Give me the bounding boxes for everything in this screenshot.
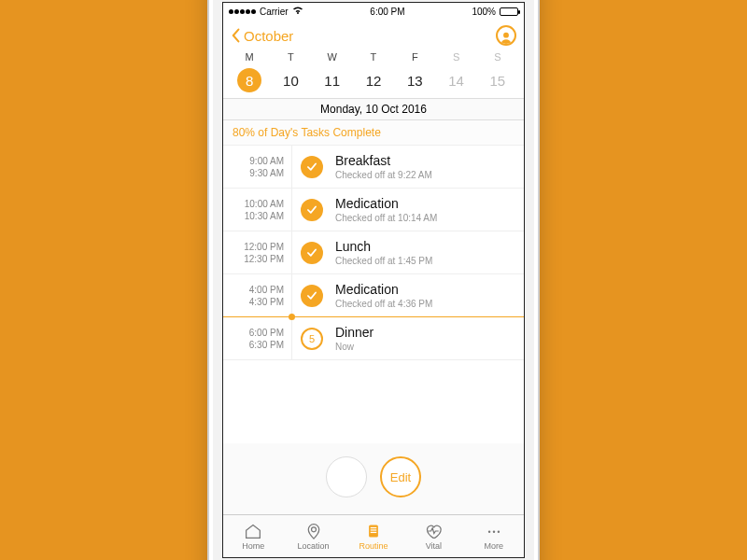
svg-point-7 <box>493 530 495 532</box>
tab-label: More <box>485 541 504 551</box>
task-row[interactable]: 9:00 AM9:30 AMBreakfastChecked off at 9:… <box>223 146 524 189</box>
svg-point-0 <box>503 33 509 38</box>
checkmark-icon <box>292 231 331 273</box>
home-icon <box>244 523 262 539</box>
status-time: 6:00 PM <box>370 7 404 17</box>
day-column[interactable]: S14 <box>435 51 476 92</box>
day-header: S <box>453 51 459 63</box>
secondary-action-button[interactable] <box>326 456 367 497</box>
edit-button[interactable]: Edit <box>380 456 421 497</box>
task-subtitle: Checked off at 4:36 PM <box>335 299 520 309</box>
pending-badge-icon: 5 <box>292 317 331 359</box>
task-row[interactable]: 6:00 PM6:30 PM5DinnerNow <box>223 317 524 360</box>
tab-label: Location <box>298 541 330 551</box>
task-subtitle: Checked off at 9:22 AM <box>335 170 520 180</box>
svg-rect-2 <box>369 525 378 537</box>
task-name: Medication <box>335 282 520 297</box>
checkmark-icon <box>292 189 331 231</box>
edit-label: Edit <box>390 470 411 484</box>
svg-point-1 <box>311 526 316 531</box>
task-times: 6:00 PM6:30 PM <box>223 317 292 359</box>
task-times: 9:00 AM9:30 AM <box>223 146 292 188</box>
person-icon <box>500 31 513 44</box>
task-name: Dinner <box>335 325 520 340</box>
day-header: T <box>371 51 377 63</box>
task-list[interactable]: 9:00 AM9:30 AMBreakfastChecked off at 9:… <box>223 146 524 443</box>
battery-percent: 100% <box>472 7 496 17</box>
task-subtitle: Checked off at 1:45 PM <box>335 256 520 266</box>
day-header: F <box>412 51 418 63</box>
day-header: M <box>246 51 254 63</box>
task-times: 12:00 PM12:30 PM <box>223 231 292 273</box>
day-number[interactable]: 8 <box>237 68 261 92</box>
task-info: BreakfastChecked off at 9:22 AM <box>331 146 524 188</box>
day-header: S <box>494 51 500 63</box>
action-row: Edit <box>223 443 524 514</box>
svg-rect-3 <box>371 526 377 527</box>
tab-label: Vital <box>426 541 442 551</box>
task-info: MedicationChecked off at 4:36 PM <box>331 274 524 316</box>
tab-label: Home <box>242 541 264 551</box>
carrier-label: Carrier <box>260 7 289 17</box>
task-row[interactable]: 10:00 AM10:30 AMMedicationChecked off at… <box>223 189 524 231</box>
tab-routine[interactable]: Routine <box>344 515 403 557</box>
day-header: T <box>288 51 294 63</box>
task-info: MedicationChecked off at 10:14 AM <box>331 189 524 231</box>
day-number[interactable]: 14 <box>444 68 469 92</box>
svg-rect-4 <box>371 529 377 530</box>
progress-label: 80% of Day's Tasks Complete <box>223 120 524 146</box>
day-number[interactable]: 13 <box>402 68 427 92</box>
vital-icon <box>424 523 443 539</box>
tab-more[interactable]: More <box>464 515 524 557</box>
task-subtitle: Checked off at 10:14 AM <box>335 213 520 223</box>
checkmark-icon <box>292 274 331 316</box>
tab-location[interactable]: Location <box>283 515 343 557</box>
svg-point-8 <box>498 530 500 532</box>
wifi-icon <box>292 6 303 17</box>
date-label: Monday, 10 Oct 2016 <box>223 98 524 120</box>
day-column[interactable]: F13 <box>394 51 435 92</box>
back-button[interactable]: October <box>231 28 293 44</box>
routine-icon <box>364 523 383 539</box>
profile-button[interactable] <box>496 25 516 46</box>
task-info: DinnerNow <box>331 317 524 359</box>
day-column[interactable]: M8 <box>229 51 270 92</box>
week-strip: M8T10W11T12F13S14S15 <box>223 51 524 98</box>
day-number[interactable]: 11 <box>320 68 345 92</box>
task-subtitle: Now <box>335 342 520 352</box>
tab-home[interactable]: Home <box>223 515 283 557</box>
day-column[interactable]: T10 <box>270 51 311 92</box>
day-column[interactable]: T12 <box>353 51 394 92</box>
task-times: 10:00 AM10:30 AM <box>223 189 292 231</box>
tab-vital[interactable]: Vital <box>403 515 463 557</box>
day-header: W <box>328 51 337 63</box>
task-name: Medication <box>335 196 520 211</box>
day-number[interactable]: 10 <box>278 68 303 92</box>
day-number[interactable]: 15 <box>486 68 510 92</box>
task-row[interactable]: 4:00 PM4:30 PMMedicationChecked off at 4… <box>223 274 524 317</box>
svg-point-6 <box>488 530 490 532</box>
task-name: Breakfast <box>335 153 520 168</box>
location-icon <box>304 523 323 539</box>
task-name: Lunch <box>335 239 520 254</box>
task-info: LunchChecked off at 1:45 PM <box>331 231 524 273</box>
signal-dots-icon <box>229 9 256 14</box>
tab-label: Routine <box>359 541 388 551</box>
day-number[interactable]: 12 <box>361 68 386 92</box>
status-bar: Carrier 6:00 PM 100% <box>223 3 524 20</box>
day-column[interactable]: S15 <box>477 51 518 92</box>
battery-icon <box>500 7 518 16</box>
task-row[interactable]: 12:00 PM12:30 PMLunchChecked off at 1:45… <box>223 231 524 274</box>
app-screen: Carrier 6:00 PM 100% October M8T10W11T12… <box>222 2 525 558</box>
task-times: 4:00 PM4:30 PM <box>223 274 292 316</box>
svg-rect-5 <box>371 531 377 532</box>
day-column[interactable]: W11 <box>312 51 353 92</box>
chevron-left-icon <box>231 28 242 43</box>
phone-frame: Carrier 6:00 PM 100% October M8T10W11T12… <box>207 0 540 560</box>
checkmark-icon <box>292 146 331 188</box>
more-icon <box>485 523 503 539</box>
nav-header: October <box>223 20 524 51</box>
tab-bar: HomeLocationRoutineVitalMore <box>223 514 524 557</box>
back-label: October <box>244 28 293 44</box>
